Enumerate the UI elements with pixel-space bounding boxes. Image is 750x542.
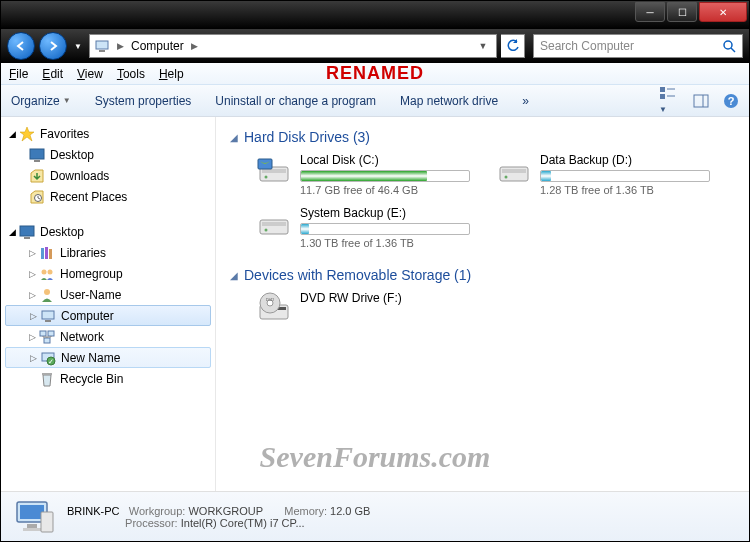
drive-item[interactable]: Local Disk (C:)11.7 GB free of 46.4 GB <box>256 153 476 196</box>
sidebar-item-username[interactable]: ▷User-Name <box>1 284 215 305</box>
collapse-icon: ◢ <box>230 132 238 143</box>
menu-help[interactable]: Help <box>159 67 184 81</box>
svg-rect-1 <box>99 50 105 52</box>
drive-name: Data Backup (D:) <box>540 153 716 167</box>
section-header-removable[interactable]: ◢ Devices with Removable Storage (1) <box>230 267 735 283</box>
svg-text:?: ? <box>728 95 735 107</box>
tiles-view-icon <box>659 86 679 100</box>
svg-rect-49 <box>27 524 37 528</box>
details-pane: BRINK-PC Workgroup: WORKGROUP Memory: 12… <box>1 491 749 541</box>
control-panel-icon: ✓ <box>40 350 56 366</box>
address-bar[interactable]: ▶ Computer ▶ ▼ <box>89 34 497 58</box>
star-icon <box>19 126 35 142</box>
sidebar-item-libraries[interactable]: ▷Libraries <box>1 242 215 263</box>
expand-icon[interactable]: ▷ <box>29 269 39 279</box>
organize-button[interactable]: Organize ▼ <box>11 94 71 108</box>
annotation-renamed: RENAMED <box>326 63 424 84</box>
menu-file[interactable]: File <box>9 67 28 81</box>
sidebar-item-desktop[interactable]: Desktop <box>1 144 215 165</box>
refresh-icon <box>506 39 520 53</box>
uninstall-button[interactable]: Uninstall or change a program <box>215 94 376 108</box>
forward-button[interactable] <box>39 32 67 60</box>
menu-edit[interactable]: Edit <box>42 67 63 81</box>
drive-free-space: 11.7 GB free of 46.4 GB <box>300 184 476 196</box>
expand-icon[interactable]: ▷ <box>30 353 40 363</box>
svg-rect-16 <box>24 237 30 239</box>
minimize-button[interactable]: ─ <box>635 2 665 22</box>
svg-text:DVD: DVD <box>266 297 275 302</box>
sidebar-item-downloads[interactable]: Downloads <box>1 165 215 186</box>
computer-large-icon <box>13 498 55 536</box>
dvd-drive-icon: DVD <box>256 291 292 327</box>
arrow-left-icon <box>15 40 27 52</box>
menu-view[interactable]: View <box>77 67 103 81</box>
menu-tools[interactable]: Tools <box>117 67 145 81</box>
view-mode-button[interactable]: ▼ <box>659 86 679 115</box>
help-button[interactable]: ? <box>723 93 739 109</box>
breadcrumb-computer[interactable]: Computer <box>131 39 184 53</box>
navigation-pane: ◢ Favorites Desktop Downloads Recent Pla… <box>1 117 216 491</box>
drive-icon <box>256 153 292 189</box>
computer-icon <box>40 308 56 324</box>
address-dropdown[interactable]: ▼ <box>474 41 492 51</box>
search-placeholder: Search Computer <box>540 39 634 53</box>
svg-rect-33 <box>262 169 286 173</box>
user-icon <box>39 287 55 303</box>
sidebar-favorites[interactable]: ◢ Favorites <box>1 123 215 144</box>
drive-free-space: 1.30 TB free of 1.36 TB <box>300 237 476 249</box>
network-icon <box>39 329 55 345</box>
command-bar: Organize ▼ System properties Uninstall o… <box>1 85 749 117</box>
svg-rect-4 <box>660 87 665 92</box>
search-icon <box>722 39 736 53</box>
back-button[interactable] <box>7 32 35 60</box>
expand-icon[interactable]: ▷ <box>29 290 39 300</box>
drive-item[interactable]: Data Backup (D:)1.28 TB free of 1.36 TB <box>496 153 716 196</box>
close-button[interactable]: ✕ <box>699 2 747 22</box>
svg-point-21 <box>48 269 53 274</box>
content-pane: ◢ Hard Disk Drives (3) Local Disk (C:)11… <box>216 117 749 491</box>
refresh-button[interactable] <box>501 34 525 58</box>
svg-rect-37 <box>502 169 526 173</box>
sidebar-item-network[interactable]: ▷Network <box>1 326 215 347</box>
body: ◢ Favorites Desktop Downloads Recent Pla… <box>1 117 749 491</box>
collapse-icon: ◢ <box>230 270 238 281</box>
map-drive-button[interactable]: Map network drive <box>400 94 498 108</box>
maximize-button[interactable]: ☐ <box>667 2 697 22</box>
status-computer-name: BRINK-PC <box>67 505 120 517</box>
homegroup-icon <box>39 266 55 282</box>
sidebar-desktop[interactable]: ◢ Desktop <box>1 221 215 242</box>
sidebar-item-new-name[interactable]: ▷✓New Name <box>5 347 211 368</box>
svg-rect-17 <box>41 248 44 259</box>
svg-rect-27 <box>44 338 50 343</box>
svg-point-41 <box>265 229 268 232</box>
nav-bar: ▼ ▶ Computer ▶ ▼ Search Computer <box>1 29 749 63</box>
history-dropdown[interactable]: ▼ <box>71 33 85 59</box>
svg-rect-12 <box>30 149 44 159</box>
svg-rect-51 <box>41 512 53 532</box>
drive-item[interactable]: DVDDVD RW Drive (F:) <box>256 291 476 327</box>
preview-pane-button[interactable] <box>693 94 709 108</box>
sidebar-item-recycle-bin[interactable]: Recycle Bin <box>1 368 215 389</box>
svg-point-34 <box>265 176 268 179</box>
expand-icon[interactable]: ▷ <box>30 311 40 321</box>
sidebar-item-homegroup[interactable]: ▷Homegroup <box>1 263 215 284</box>
arrow-right-icon <box>47 40 59 52</box>
search-input[interactable]: Search Computer <box>533 34 743 58</box>
section-header-hdd[interactable]: ◢ Hard Disk Drives (3) <box>230 129 735 145</box>
expand-icon[interactable]: ▷ <box>29 332 39 342</box>
drive-capacity-bar <box>540 170 710 182</box>
drive-name: System Backup (E:) <box>300 206 476 220</box>
collapse-icon[interactable]: ◢ <box>9 227 19 237</box>
drive-item[interactable]: System Backup (E:)1.30 TB free of 1.36 T… <box>256 206 476 249</box>
sidebar-item-recent[interactable]: Recent Places <box>1 186 215 207</box>
expand-icon[interactable]: ▷ <box>29 248 39 258</box>
more-button[interactable]: » <box>522 94 529 108</box>
svg-rect-18 <box>45 247 48 259</box>
svg-point-22 <box>44 289 50 295</box>
svg-rect-5 <box>660 94 665 99</box>
collapse-icon[interactable]: ◢ <box>9 129 19 139</box>
help-icon: ? <box>723 93 739 109</box>
system-properties-button[interactable]: System properties <box>95 94 192 108</box>
drive-name: Local Disk (C:) <box>300 153 476 167</box>
sidebar-item-computer[interactable]: ▷Computer <box>5 305 211 326</box>
